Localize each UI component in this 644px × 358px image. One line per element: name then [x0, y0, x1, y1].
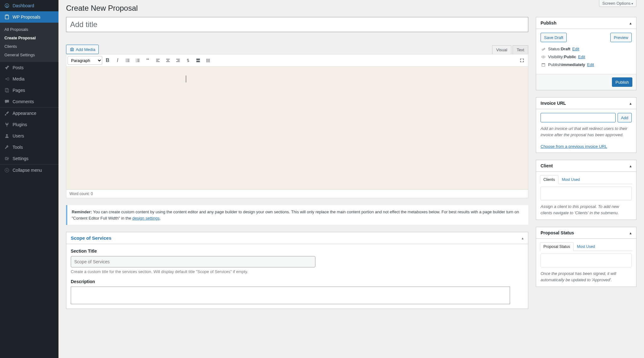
sidebar-item-settings[interactable]: Settings — [0, 153, 58, 164]
svg-rect-39 — [208, 62, 208, 62]
tab-text[interactable]: Text — [513, 45, 528, 54]
page-title: Create New Proposal — [66, 0, 636, 17]
readmore-button[interactable] — [193, 56, 203, 65]
kitchen-sink-button[interactable] — [203, 56, 213, 65]
editor-footer: Word count: 0 — [66, 189, 528, 198]
svg-rect-30 — [196, 60, 200, 61]
svg-rect-37 — [209, 60, 209, 61]
svg-point-2 — [6, 78, 7, 80]
publish-title: Publish — [541, 20, 557, 25]
sidebar-item-label: Dashboard — [13, 3, 34, 8]
link-button[interactable] — [183, 56, 193, 65]
toggle-invoice-icon[interactable]: ▴ — [630, 101, 632, 106]
publish-metabox: Publish ▴ Save Draft Preview Status: Dra… — [536, 17, 636, 90]
brush-icon — [4, 110, 10, 116]
bold-button[interactable]: B — [103, 56, 112, 65]
toggle-publish-icon[interactable]: ▴ — [630, 21, 632, 25]
choose-previous-invoice-link[interactable]: Choose from a previous invoice URL — [541, 144, 607, 149]
align-center-button[interactable] — [163, 56, 173, 65]
svg-rect-20 — [156, 59, 159, 60]
svg-rect-27 — [177, 60, 180, 61]
svg-rect-9 — [127, 59, 129, 60]
add-media-button[interactable]: Add Media — [66, 45, 99, 54]
sidebar-item-label: Users — [13, 133, 24, 138]
format-select[interactable]: Paragraph — [68, 56, 102, 65]
svg-point-7 — [71, 49, 73, 51]
sidebar-item-appearance[interactable]: Appearance — [0, 108, 58, 119]
svg-rect-22 — [156, 62, 159, 62]
svg-rect-15 — [137, 59, 139, 60]
invoice-add-button[interactable]: Add — [618, 113, 632, 122]
eye-icon — [541, 55, 546, 59]
sidebar-item-label: Media — [13, 76, 25, 81]
align-right-button[interactable] — [173, 56, 183, 65]
submenu-item-all-proposals[interactable]: All Proposals — [0, 25, 58, 34]
submenu-item-create-proposal[interactable]: Create Proposal — [0, 34, 58, 42]
toggle-scope-icon[interactable]: ▴ — [522, 236, 524, 240]
description-textarea[interactable] — [71, 287, 510, 304]
svg-rect-31 — [196, 61, 200, 62]
sidebar-item-users[interactable]: Users — [0, 130, 58, 142]
edit-publish-date-link[interactable]: Edit — [587, 62, 594, 67]
svg-rect-36 — [208, 60, 208, 61]
sidebar-item-pages[interactable]: Pages — [0, 85, 58, 96]
tab-visual[interactable]: Visual — [492, 45, 511, 54]
status-checklist[interactable] — [541, 254, 632, 267]
svg-rect-13 — [127, 62, 129, 62]
invoice-url-input[interactable] — [541, 113, 616, 122]
tab-proposal-status[interactable]: Proposal Status — [540, 242, 574, 251]
sidebar-item-tools[interactable]: Tools — [0, 142, 58, 153]
sidebar-item-wp-proposals[interactable]: WP Proposals — [0, 11, 58, 23]
edit-visibility-link[interactable]: Edit — [578, 54, 585, 59]
client-hint: Assign a client to this proposal. To add… — [541, 204, 632, 216]
save-draft-button[interactable]: Save Draft — [541, 33, 567, 42]
sidebar-item-collapse[interactable]: Collapse menu — [0, 165, 58, 176]
sidebar-item-comments[interactable]: Comments — [0, 96, 58, 107]
preview-button[interactable]: Preview — [610, 33, 632, 42]
screen-options-button[interactable]: Screen Options — [599, 0, 636, 7]
sidebar-item-dashboard[interactable]: Dashboard — [0, 0, 58, 11]
editor-content-area[interactable] — [66, 67, 528, 189]
pin-icon — [4, 64, 10, 71]
editor-toolbar: Paragraph B I 123 “ — [66, 54, 528, 67]
numbered-list-button[interactable]: 123 — [133, 56, 142, 65]
bullet-list-button[interactable] — [123, 56, 132, 65]
user-icon — [4, 133, 10, 139]
sidebar-item-media[interactable]: Media — [0, 73, 58, 85]
status-label: Status: — [548, 47, 561, 51]
svg-point-5 — [6, 134, 8, 136]
fullscreen-button[interactable] — [517, 56, 527, 65]
svg-rect-11 — [127, 60, 129, 61]
toggle-status-icon[interactable]: ▴ — [630, 231, 632, 235]
comments-icon — [4, 98, 10, 105]
submenu-item-general-settings[interactable]: General Settings — [0, 51, 58, 59]
section-title-input[interactable] — [71, 256, 315, 267]
reminder-suffix: . — [160, 216, 161, 221]
edit-status-link[interactable]: Edit — [572, 47, 579, 51]
plug-icon — [4, 121, 10, 128]
submenu-item-clients[interactable]: Clients — [0, 42, 58, 51]
sidebar-item-label: Posts — [13, 65, 24, 70]
tab-most-used-status[interactable]: Most Used — [574, 242, 598, 251]
title-input[interactable] — [66, 17, 528, 32]
italic-button[interactable]: I — [113, 56, 122, 65]
align-left-button[interactable] — [153, 56, 163, 65]
tab-most-used-clients[interactable]: Most Used — [558, 175, 583, 184]
reminder-prefix: Reminder: — [72, 210, 92, 214]
invoice-hint: Add an invoice url that will redirect us… — [541, 126, 632, 138]
media-icon — [4, 76, 10, 82]
svg-point-42 — [543, 56, 544, 57]
client-checklist[interactable] — [541, 187, 632, 200]
svg-rect-33 — [208, 59, 208, 60]
tab-clients[interactable]: Clients — [540, 175, 558, 184]
sidebar-item-plugins[interactable]: Plugins — [0, 119, 58, 130]
svg-rect-0 — [5, 15, 9, 19]
editor-box: Paragraph B I 123 “ — [66, 54, 528, 198]
sidebar-item-posts[interactable]: Posts — [0, 62, 58, 73]
svg-rect-38 — [206, 62, 207, 62]
publish-button[interactable]: Publish — [612, 77, 632, 87]
toggle-client-icon[interactable]: ▴ — [630, 164, 632, 168]
design-settings-link[interactable]: design settings — [132, 216, 160, 221]
blockquote-button[interactable]: “ — [143, 56, 153, 65]
client-metabox: Client ▴ Clients Most Used Assign a clie… — [536, 160, 636, 220]
